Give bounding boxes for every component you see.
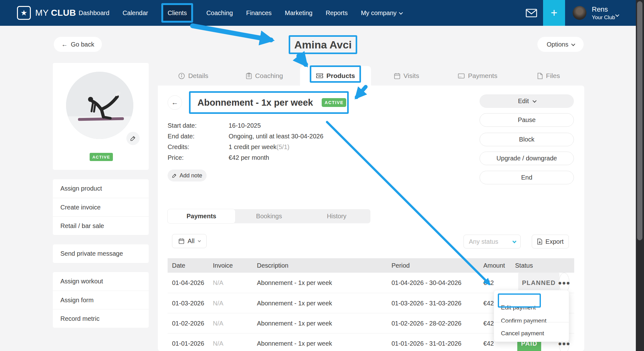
field-price: Price:€42 per month [168, 152, 369, 163]
tab-coaching[interactable]: Coaching [229, 66, 300, 86]
menu-divider [494, 322, 569, 322]
subtab-bookings[interactable]: Bookings [235, 209, 303, 223]
nav-reports[interactable]: Reports [326, 9, 348, 17]
upgrade-downgrade-button[interactable]: Upgrade / downgrade [480, 152, 574, 165]
menu-item-edit-payment[interactable]: Edit payment [501, 304, 536, 311]
client-name-title: Amina Avci [289, 35, 357, 54]
sidebar-item-assign-form[interactable]: Assign form [53, 291, 149, 309]
user-name: Rens [592, 5, 615, 14]
client-tabs: Details Coaching Products Visits Payment… [158, 66, 584, 86]
nav-coaching[interactable]: Coaching [206, 9, 233, 17]
info-icon [178, 73, 185, 79]
brand-logo[interactable]: ★ MYCLUB [17, 0, 76, 26]
app-root: ★ MYCLUB Dashboard Calendar Clients Coac… [0, 0, 644, 351]
user-chevron-down-icon[interactable] [615, 13, 619, 17]
field-credits: Credits:1 credit per week (5/1) [168, 142, 369, 152]
nav-my-company[interactable]: My company [361, 9, 402, 17]
download-file-icon [537, 238, 542, 245]
product-back-button[interactable]: ← [168, 95, 182, 110]
status-filter-select[interactable]: Any status [464, 235, 521, 248]
tab-files[interactable]: Files [513, 66, 584, 86]
tab-details[interactable]: Details [158, 66, 229, 86]
arrow-name-to-products [299, 56, 306, 64]
chevron-down-icon [513, 239, 517, 243]
sidebar-item-assign-workout[interactable]: Assign workout [53, 272, 149, 291]
sidebar-item-send-private-message[interactable]: Send private message [53, 244, 149, 263]
nav-marketing[interactable]: Marketing [285, 9, 313, 17]
pencil-icon [172, 173, 177, 178]
chevron-down-icon [399, 10, 403, 14]
product-subtabs: Payments Bookings History [168, 209, 370, 223]
add-button[interactable]: + [543, 0, 565, 26]
client-photo [66, 72, 133, 139]
product-status-badge: ACTIVE [322, 98, 346, 107]
payments-table-header: Date Invoice Description Period Amount S… [168, 258, 574, 273]
subtab-history[interactable]: History [303, 209, 370, 223]
tab-visits[interactable]: Visits [371, 66, 442, 86]
sidebar-actions-group-1: Assign product Create invoice Retail / b… [53, 179, 149, 235]
nav-clients[interactable]: Clients [161, 3, 193, 23]
nav-calendar[interactable]: Calendar [123, 9, 148, 17]
file-icon [537, 73, 543, 79]
date-filter-button[interactable]: All [172, 234, 207, 248]
subtab-payments[interactable]: Payments [168, 209, 235, 223]
star-logo-icon: ★ [17, 6, 31, 20]
scrollbar-thumb[interactable] [637, 1, 642, 240]
user-org: Your Club [592, 14, 615, 21]
field-start-date: Start date:16-10-2025 [168, 120, 369, 131]
product-header: Abonnement - 1x per week ACTIVE [189, 91, 349, 114]
chevron-down-icon [571, 42, 575, 46]
add-note-button[interactable]: Add note [168, 170, 207, 181]
calendar-icon [179, 238, 184, 244]
brand-name: MYCLUB [35, 8, 76, 18]
arrow-clients-to-name [192, 26, 271, 40]
menu-item-confirm-payment[interactable]: Confirm payment [501, 317, 547, 324]
edit-button[interactable]: Edit [480, 94, 574, 108]
options-button[interactable]: Options [537, 37, 584, 52]
field-end-date: End date:Ongoing, until at least 30-04-2… [168, 131, 369, 142]
page-scrollbar[interactable] [636, 0, 644, 351]
card-icon [458, 73, 465, 79]
export-button[interactable]: Export [532, 235, 569, 248]
product-title: Abonnement - 1x per week [197, 98, 313, 108]
user-avatar[interactable] [573, 6, 586, 20]
nav-finances[interactable]: Finances [246, 9, 272, 17]
tab-products[interactable]: Products [300, 66, 371, 86]
client-status-badge: ACTIVE [90, 153, 113, 161]
sidebar-item-assign-product[interactable]: Assign product [53, 179, 149, 198]
sidebar-item-retail-bar-sale[interactable]: Retail / bar sale [53, 216, 149, 235]
ticket-icon [316, 73, 323, 79]
pencil-icon [130, 136, 136, 141]
chevron-down-icon [198, 239, 201, 242]
top-navbar: ★ MYCLUB Dashboard Calendar Clients Coac… [0, 0, 644, 26]
sidebar-actions-group-2: Send private message [53, 244, 149, 263]
calendar-icon [394, 73, 400, 79]
chevron-down-icon [532, 99, 536, 103]
back-arrow-icon: ← [61, 41, 68, 48]
payment-context-menu: Edit payment Confirm payment Cancel paym… [494, 290, 569, 342]
tab-payments[interactable]: Payments [442, 66, 513, 86]
sidebar-item-create-invoice[interactable]: Create invoice [53, 198, 149, 216]
pause-button[interactable]: Pause [480, 113, 574, 127]
sidebar-actions-group-3: Assign workout Assign form Record metric [53, 272, 149, 328]
sidebar-item-record-metric[interactable]: Record metric [53, 309, 149, 328]
go-back-button[interactable]: ←Go back [54, 37, 102, 52]
nav-dashboard[interactable]: Dashboard [79, 9, 109, 17]
user-info[interactable]: Rens Your Club [592, 5, 615, 21]
clipboard-icon [246, 73, 252, 79]
mail-icon[interactable] [526, 9, 537, 17]
edit-photo-button[interactable] [126, 132, 140, 145]
end-button[interactable]: End [480, 171, 574, 184]
product-fields: Start date:16-10-2025 End date:Ongoing, … [168, 120, 369, 163]
main-nav: Dashboard Calendar Clients Coaching Fina… [79, 0, 402, 26]
block-button[interactable]: Block [480, 133, 574, 146]
menu-item-cancel-payment[interactable]: Cancel payment [501, 330, 544, 337]
